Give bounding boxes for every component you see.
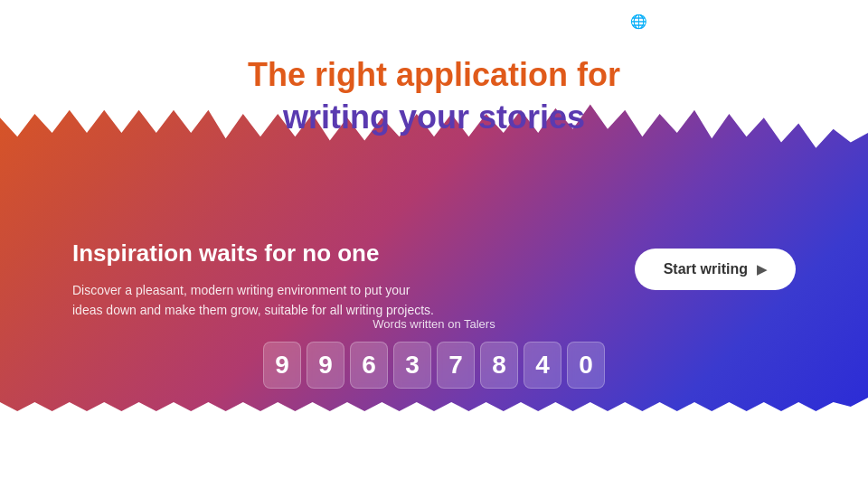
hero-title: The right application for writing your s…: [0, 54, 868, 139]
signup-button[interactable]: Sign up: [776, 10, 846, 34]
nav-item-blog[interactable]: Blog: [581, 15, 605, 29]
hero-section: The right application for writing your s…: [0, 54, 868, 139]
digit-box: 3: [393, 342, 431, 389]
language-selector[interactable]: 🌐 A ▾: [630, 14, 667, 30]
nav-item-roadmap[interactable]: Roadmap: [378, 15, 429, 29]
digit-box: 7: [437, 342, 475, 389]
digit-box: 4: [524, 342, 561, 389]
counter-label: Words written on Talers: [0, 317, 868, 331]
nav-item-pricing[interactable]: Pricing: [454, 15, 490, 29]
arrow-icon: ▶: [757, 262, 767, 277]
middle-section: Inspiration waits for no one Discover a …: [0, 203, 868, 321]
digit-box: 8: [480, 342, 518, 389]
start-writing-button[interactable]: Start writing ▶: [635, 249, 796, 290]
digit-box: 9: [307, 342, 344, 389]
nav-divider: [692, 14, 693, 30]
logo-icon: [22, 12, 42, 32]
login-button[interactable]: Log in: [718, 15, 750, 29]
counter-digits: 99637840: [0, 342, 868, 389]
counter-section: Words written on Talers 99637840: [0, 317, 868, 389]
digit-box: 6: [350, 342, 388, 389]
digit-box: 0: [567, 342, 605, 389]
start-writing-label: Start writing: [664, 261, 748, 277]
digit-box: 9: [263, 342, 301, 389]
nav-links: Our values Roadmap Pricing Contact Blog …: [296, 10, 846, 34]
logo-text: Talers: [47, 13, 91, 31]
logo[interactable]: Talers: [22, 12, 91, 32]
hero-title-line1: The right application for: [248, 56, 620, 93]
nav-item-our-values[interactable]: Our values: [296, 15, 353, 29]
hero-title-line2: writing your stories: [283, 99, 585, 136]
navbar: Talers Our values Roadmap Pricing Contac…: [0, 0, 868, 43]
nav-item-contact[interactable]: Contact: [515, 15, 556, 29]
middle-left: Inspiration waits for no one Discover a …: [72, 239, 434, 321]
middle-right: Start writing ▶: [635, 239, 796, 290]
middle-heading: Inspiration waits for no one: [72, 239, 434, 267]
torn-paper-bottom: [0, 398, 868, 488]
middle-description: Discover a pleasant, modern writing envi…: [72, 280, 434, 321]
